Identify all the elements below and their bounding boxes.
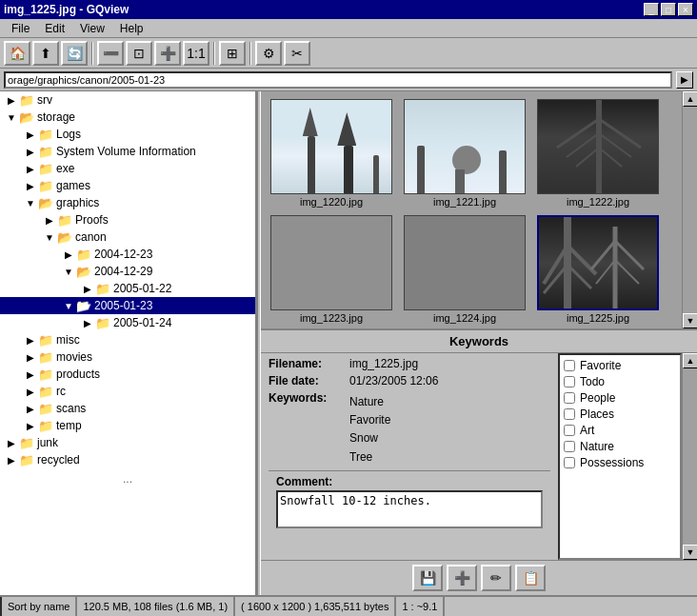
thumbs-button[interactable]: ⊞ (219, 41, 246, 66)
tree-item-misc[interactable]: ▶ 📁 misc (0, 331, 255, 348)
checkbox-possessions[interactable]: Possessions (564, 456, 676, 469)
minimize-button[interactable]: _ (644, 3, 659, 16)
toggle-junk[interactable]: ▶ (4, 435, 19, 450)
toggle-recycled[interactable]: ▶ (4, 452, 19, 467)
folder-icon-storage: 📂 (19, 110, 34, 125)
toggle-games[interactable]: ▶ (23, 178, 38, 193)
comment-input[interactable]: Snowfall 10-12 inches. (276, 490, 543, 528)
toggle-2004-12-23[interactable]: ▶ (61, 247, 76, 262)
tree-item-2004-12-29[interactable]: ▼ 📂 2004-12-29 (0, 263, 255, 280)
refresh-button[interactable]: 🔄 (61, 41, 88, 66)
toggle-storage[interactable]: ▼ (4, 109, 19, 125)
tree-item-games[interactable]: ▶ 📁 games (0, 177, 255, 194)
scrollbar-track[interactable] (683, 107, 697, 313)
toggle-2004-12-29[interactable]: ▼ (61, 264, 76, 279)
kw-scrollbar-up[interactable]: ▲ (683, 353, 697, 368)
thumb-img1224[interactable]: img_1224.jpg (398, 211, 531, 328)
tree-item-2004-12-23[interactable]: ▶ 📁 2004-12-23 (0, 246, 255, 263)
checkbox-places[interactable]: Places (564, 407, 676, 421)
checkbox-nature-input[interactable] (564, 441, 575, 452)
tree-item-scans[interactable]: ▶ 📁 scans (0, 400, 255, 417)
thumb-img1223[interactable]: img_1223.jpg (265, 211, 398, 328)
toggle-exe[interactable]: ▶ (23, 161, 38, 176)
tree-item-junk[interactable]: ▶ 📁 junk (0, 434, 255, 451)
toggle-2005-01-23[interactable]: ▼ (61, 298, 76, 313)
kw-revert-button[interactable]: 📋 (515, 565, 546, 591)
tree-item-recycled[interactable]: ▶ 📁 recycled (0, 451, 255, 468)
thumb-img1225[interactable]: img_1225.jpg (531, 211, 665, 328)
tree-item-2005-01-22[interactable]: ▶ 📁 2005-01-22 (0, 280, 255, 297)
scrollbar-up[interactable]: ▲ (683, 91, 697, 107)
toggle-rc[interactable]: ▶ (23, 384, 38, 399)
toggle-products[interactable]: ▶ (23, 367, 38, 382)
checkbox-nature[interactable]: Nature (564, 440, 676, 453)
checkbox-art-input[interactable] (564, 425, 575, 436)
menu-file[interactable]: File (4, 21, 37, 36)
up-button[interactable]: ⬆ (32, 41, 59, 66)
toggle-graphics[interactable]: ▼ (23, 195, 38, 210)
zoom-1-button[interactable]: 1:1 (183, 41, 209, 66)
keywords-scrollbar[interactable]: ▲ ▼ (682, 353, 697, 560)
toggle-canon[interactable]: ▼ (42, 229, 57, 245)
kw-edit-button[interactable]: ✏ (481, 565, 511, 591)
tree-item-rc[interactable]: ▶ 📁 rc (0, 383, 255, 400)
toggle-temp[interactable]: ▶ (23, 418, 38, 433)
toggle-movies[interactable]: ▶ (23, 349, 38, 365)
checkbox-todo[interactable]: Todo (564, 375, 676, 388)
tree-item-2005-01-24[interactable]: ▶ 📁 2005-01-24 (0, 314, 255, 331)
close-button[interactable]: × (678, 3, 693, 16)
checkbox-art[interactable]: Art (564, 424, 676, 437)
checkbox-favorite[interactable]: Favorite (564, 359, 676, 372)
menu-edit[interactable]: Edit (37, 21, 72, 36)
kw-add-button[interactable]: ➕ (447, 565, 477, 591)
kw-scrollbar-down[interactable]: ▼ (683, 545, 697, 560)
menu-view[interactable]: View (72, 21, 112, 36)
tree-item-graphics[interactable]: ▼ 📂 graphics (0, 194, 255, 211)
tree-item-products[interactable]: ▶ 📁 products (0, 366, 255, 383)
tree-item-sysvolinfo[interactable]: ▶ 📁 System Volume Information (0, 143, 255, 160)
toggle-2005-01-24[interactable]: ▶ (80, 315, 95, 330)
tree-item-movies[interactable]: ▶ 📁 movies (0, 348, 255, 366)
checkbox-todo-input[interactable] (564, 376, 575, 387)
tree-item-proofs[interactable]: ▶ 📁 Proofs (0, 211, 255, 229)
toggle-srv[interactable]: ▶ (4, 92, 19, 108)
thumb-img1220[interactable]: img_1220.jpg (265, 95, 398, 211)
thumb-img1222[interactable]: img_1222.jpg (531, 95, 665, 211)
tree-label-products: products (56, 368, 100, 381)
tree-item-temp[interactable]: ▶ 📁 temp (0, 417, 255, 434)
kw-scrollbar-track[interactable] (683, 368, 697, 545)
toggle-proofs[interactable]: ▶ (42, 212, 57, 228)
thumb-img1221[interactable]: img_1221.jpg (398, 95, 531, 211)
grid-scrollbar[interactable]: ▲ ▼ (682, 91, 697, 328)
toggle-misc[interactable]: ▶ (23, 332, 38, 348)
settings-button[interactable]: ⚙ (255, 41, 282, 66)
cut-button[interactable]: ✂ (284, 41, 310, 66)
checkbox-favorite-input[interactable] (564, 360, 575, 371)
address-go-button[interactable]: ▶ (676, 71, 693, 89)
tree-item-exe[interactable]: ▶ 📁 exe (0, 160, 255, 177)
checkbox-places-input[interactable] (564, 408, 575, 420)
checkbox-possessions-input[interactable] (564, 457, 575, 468)
tree-label-exe: exe (56, 162, 74, 175)
toggle-2005-01-22[interactable]: ▶ (80, 281, 95, 296)
maximize-button[interactable]: □ (661, 3, 676, 16)
toggle-logs[interactable]: ▶ (23, 127, 38, 142)
tree-item-srv[interactable]: ▶ 📁 srv (0, 91, 255, 109)
menu-help[interactable]: Help (112, 21, 151, 36)
kw-save-button[interactable]: 💾 (412, 565, 443, 591)
home-button[interactable]: 🏠 (4, 41, 30, 66)
scrollbar-down[interactable]: ▼ (683, 313, 697, 328)
checkbox-people[interactable]: People (564, 391, 676, 405)
keywords-body: Filename: img_1225.jpg File date: 01/23/… (261, 353, 697, 560)
address-input[interactable] (4, 71, 672, 89)
toggle-scans[interactable]: ▶ (23, 401, 38, 416)
zoom-in-button[interactable]: ➕ (154, 41, 181, 66)
tree-item-canon[interactable]: ▼ 📂 canon (0, 229, 255, 246)
tree-item-storage[interactable]: ▼ 📂 storage (0, 109, 255, 126)
tree-item-2005-01-23[interactable]: ▼ 📂 2005-01-23 (0, 297, 255, 314)
toggle-sysvolinfo[interactable]: ▶ (23, 144, 38, 159)
zoom-out-button[interactable]: ➖ (97, 41, 124, 66)
checkbox-people-input[interactable] (564, 392, 575, 404)
tree-item-logs[interactable]: ▶ 📁 Logs (0, 126, 255, 143)
zoom-fit-button[interactable]: ⊡ (126, 41, 152, 66)
